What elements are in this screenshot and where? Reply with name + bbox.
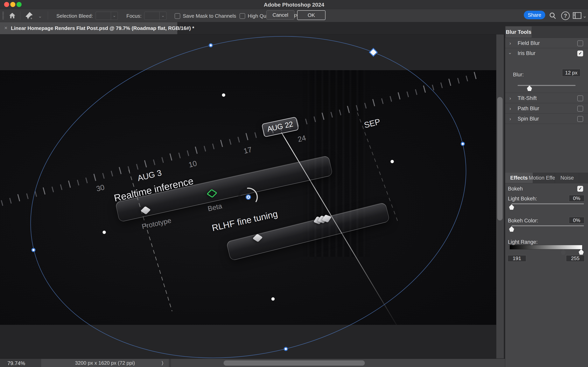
chevron-down-icon[interactable]: › xyxy=(507,53,513,54)
iris-ellipse-handle[interactable] xyxy=(32,248,35,251)
tab-noise[interactable]: Noise xyxy=(555,173,579,183)
save-mask-label: Save Mask to Channels xyxy=(183,13,236,19)
chevron-right-icon: 〉 xyxy=(162,359,163,367)
light-range-gradient xyxy=(510,245,582,249)
search-icon[interactable] xyxy=(549,12,556,20)
document-info[interactable]: 3200 px x 1620 px (72 ppi) 〉 xyxy=(41,359,169,367)
canvas-area[interactable]: 30 AUG 3 10 17 24 SEP AUG 22 Realtime in… xyxy=(0,34,505,359)
bokeh-color-label: Bokeh Color: xyxy=(508,218,538,224)
iris-blur-tool-icon[interactable]: + xyxy=(25,11,34,20)
blur-amount-label: Blur: xyxy=(513,72,524,78)
status-bar: 79.74% 3200 px x 1620 px (72 ppi) 〉 xyxy=(0,359,505,367)
blur-slider-thumb[interactable] xyxy=(527,85,532,91)
panel-drag-handle[interactable] xyxy=(2,12,4,19)
bokeh-color-value[interactable]: 0% xyxy=(569,217,584,224)
app-title: Adobe Photoshop 2024 xyxy=(0,2,588,8)
home-icon[interactable] xyxy=(8,12,16,19)
iris-feather-handle[interactable] xyxy=(102,231,106,234)
blur-gallery-panel: Blur Tools › Field Blur › Iris Blur ✓ Bl… xyxy=(505,26,588,367)
light-range-max-value[interactable]: 255 xyxy=(566,255,585,262)
focus-dropdown[interactable]: ⌄ xyxy=(144,12,167,20)
chevron-down-icon: ⌄ xyxy=(111,12,118,20)
help-icon[interactable]: ? xyxy=(561,11,570,20)
document-tab[interactable]: × Linear Homepage Renders Flat Post.psd … xyxy=(0,22,177,34)
selection-bleed-label: Selection Bleed: xyxy=(56,13,93,19)
check-icon: ✓ xyxy=(579,51,582,56)
tool-label: Field Blur xyxy=(518,40,540,46)
chevron-right-icon[interactable]: › xyxy=(509,116,511,122)
focus-label: Focus: xyxy=(126,13,142,19)
iris-roundness-handle[interactable] xyxy=(370,48,377,56)
spin-blur-checkbox[interactable] xyxy=(577,116,583,122)
separator xyxy=(20,11,20,20)
light-bokeh-slider-track[interactable] xyxy=(512,203,584,204)
focus-value xyxy=(144,12,160,20)
bokeh-checkbox[interactable]: ✓ xyxy=(577,186,583,192)
document-tab-bar: × Linear Homepage Renders Flat Post.psd … xyxy=(0,22,588,34)
tool-chevron-down-icon[interactable]: ⌄ xyxy=(38,13,42,19)
vertical-scrollbar[interactable] xyxy=(496,34,504,359)
iris-blur-checkbox[interactable]: ✓ xyxy=(577,50,583,56)
chevron-right-icon[interactable]: › xyxy=(509,96,511,101)
ok-button[interactable]: OK xyxy=(297,10,326,20)
workspace-chevron-icon[interactable]: ⌄ xyxy=(583,13,587,19)
tool-row-field-blur[interactable]: › Field Blur xyxy=(505,38,588,48)
light-range-min-thumb[interactable] xyxy=(561,249,566,255)
tool-row-iris-blur[interactable]: › Iris Blur ✓ Blur: 12 px xyxy=(505,48,588,93)
tool-label: Path Blur xyxy=(518,106,539,112)
tool-row-path-blur[interactable]: › Path Blur xyxy=(505,103,588,114)
workspace-icon[interactable] xyxy=(573,12,581,19)
document-tab-title: Linear Homepage Renders Flat Post.psd @ … xyxy=(11,25,194,31)
iris-feather-handle[interactable] xyxy=(222,93,225,97)
titlebar: Adobe Photoshop 2024 xyxy=(0,0,588,9)
iris-ellipse-handle[interactable] xyxy=(461,142,464,145)
tool-row-spin-blur[interactable]: › Spin Blur xyxy=(505,114,588,124)
iris-feather-handle[interactable] xyxy=(271,297,275,301)
bokeh-label: Bokeh xyxy=(508,186,523,192)
vertical-scrollbar-thumb[interactable] xyxy=(497,97,503,220)
tab-close-icon[interactable]: × xyxy=(4,25,7,31)
blur-tools-tab[interactable]: Blur Tools xyxy=(505,26,532,38)
tool-label: Tilt-Shift xyxy=(518,95,537,101)
horizontal-scrollbar[interactable] xyxy=(171,359,505,367)
iris-blur-overlay xyxy=(0,34,505,359)
tool-label: Iris Blur xyxy=(518,50,536,56)
tool-label: Spin Blur xyxy=(518,116,539,122)
path-blur-checkbox[interactable] xyxy=(577,106,583,112)
selection-bleed-value xyxy=(96,12,111,20)
blur-amount-value[interactable]: 12 px xyxy=(562,69,580,76)
light-range-min-value[interactable]: 191 xyxy=(508,255,526,262)
cancel-button[interactable]: Cancel xyxy=(266,10,294,20)
horizontal-scrollbar-thumb[interactable] xyxy=(224,360,365,366)
svg-text:+: + xyxy=(30,17,32,20)
tilt-shift-checkbox[interactable] xyxy=(577,95,583,101)
light-bokeh-slider-thumb[interactable] xyxy=(509,204,514,210)
share-button[interactable]: Share xyxy=(524,11,545,19)
high-quality-checkbox[interactable] xyxy=(240,13,245,19)
chevron-down-icon: ⌄ xyxy=(160,12,166,20)
field-blur-checkbox[interactable] xyxy=(577,41,583,46)
check-icon: ✓ xyxy=(579,186,582,191)
separator xyxy=(48,11,48,20)
save-mask-checkbox[interactable] xyxy=(175,13,180,19)
iris-ellipse-handle[interactable] xyxy=(209,44,212,47)
light-bokeh-label: Light Bokeh: xyxy=(508,196,537,202)
bokeh-color-slider-thumb[interactable] xyxy=(509,226,514,232)
light-range-max-thumb[interactable] xyxy=(579,249,584,255)
iris-center-pin-dot xyxy=(248,196,249,198)
tab-motion-effects[interactable]: Motion Effects xyxy=(524,173,555,183)
selection-bleed-dropdown[interactable]: ⌄ xyxy=(96,12,118,20)
effects-tab-strip: Effects Motion Effects Noise xyxy=(505,173,588,183)
tool-row-tilt-shift[interactable]: › Tilt-Shift xyxy=(505,93,588,103)
options-bar: + ⌄ Selection Bleed: ⌄ Focus: ⌄ Save Mas… xyxy=(0,9,588,22)
chevron-right-icon[interactable]: › xyxy=(509,106,511,111)
blur-slider-track[interactable] xyxy=(518,85,576,86)
zoom-level[interactable]: 79.74% xyxy=(7,360,25,367)
iris-feather-handle[interactable] xyxy=(390,160,394,163)
blur-tools-tab-strip: Blur Tools xyxy=(505,26,588,38)
iris-ellipse-handle[interactable] xyxy=(284,347,287,350)
bokeh-color-slider-track[interactable] xyxy=(512,225,584,226)
chevron-right-icon[interactable]: › xyxy=(509,41,511,46)
document-info-text: 3200 px x 1620 px (72 ppi) xyxy=(75,360,135,366)
light-bokeh-value[interactable]: 0% xyxy=(569,195,584,201)
